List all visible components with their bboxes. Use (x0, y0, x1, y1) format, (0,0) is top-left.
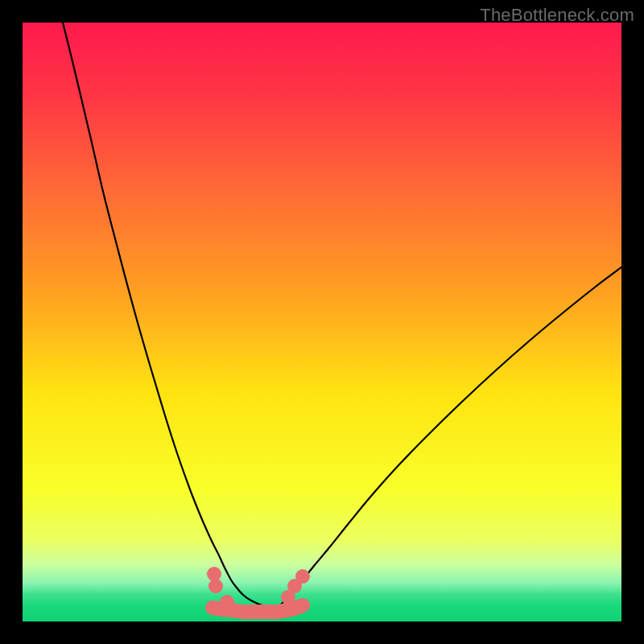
marker-dot-1 (208, 579, 223, 593)
chart-svg (23, 23, 621, 621)
gradient-background (23, 23, 621, 621)
marker-dot-5 (295, 569, 310, 584)
outer-frame: TheBottleneck.com (0, 0, 644, 644)
marker-dot-2 (220, 595, 234, 609)
marker-dot-4 (281, 590, 295, 605)
plot-area (23, 23, 621, 621)
